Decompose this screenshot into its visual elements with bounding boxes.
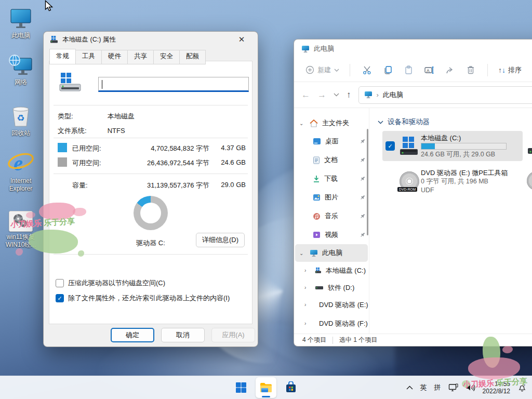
volume-icon[interactable]: [466, 383, 475, 392]
history-chevron-icon[interactable]: [334, 93, 339, 97]
desktop-icon-this-pc[interactable]: 此电脑: [2, 4, 39, 39]
address-bar[interactable]: › 此电脑: [358, 86, 532, 104]
close-button[interactable]: ✕: [232, 32, 251, 47]
capacity-bytes: 31,139,557,376 字节: [112, 181, 209, 190]
status-divider: [332, 337, 333, 344]
share-button[interactable]: [440, 61, 460, 79]
pin-icon: [360, 194, 366, 201]
dvd-e-tile[interactable]: DVD-ROM DVD 驱动器 (E:) 微PE工具箱 0 字节 可用, 共 1…: [382, 166, 523, 196]
sidebar-item-drive-c[interactable]: › 本地磁盘 (C:): [294, 262, 369, 279]
ime-english-indicator[interactable]: 英: [420, 383, 427, 392]
divider: [54, 138, 248, 138]
notifications-bell-icon[interactable]: z: [517, 383, 527, 392]
start-button[interactable]: [231, 377, 251, 398]
dialog-tabs: 常规 工具 硬件 共享 安全 配额: [49, 49, 206, 64]
share-icon: [445, 65, 455, 75]
microsoft-store-icon: [285, 381, 297, 394]
apply-button[interactable]: 应用(A): [211, 328, 255, 342]
explorer-titlebar[interactable]: 此电脑: [294, 39, 532, 58]
network-icon[interactable]: [448, 383, 458, 392]
sidebar-item-label: DVD 驱动器 (E:): [319, 300, 368, 310]
sidebar-item-drive-d[interactable]: › 软件 (D:): [294, 279, 369, 296]
tab-security[interactable]: 安全: [154, 50, 180, 64]
sidebar-item-videos[interactable]: 视频: [294, 225, 369, 244]
chevron-down-icon: ⌄: [299, 250, 305, 256]
forward-button[interactable]: →: [317, 90, 326, 100]
svg-text:A: A: [427, 68, 430, 73]
breadcrumb-root[interactable]: 此电脑: [383, 90, 403, 100]
used-space-label: 已用空间:: [72, 144, 101, 153]
new-button[interactable]: 新建: [301, 62, 343, 78]
ime-pinyin-indicator[interactable]: 拼: [434, 383, 441, 392]
sidebar-item-dvd-e[interactable]: › DVD 驱动器 (E:): [294, 296, 369, 313]
new-label: 新建: [317, 65, 331, 75]
drive-c-tile[interactable]: ✓ 本地磁盘 (C:) 24.6 GB 可用, 共 29.0 GB: [382, 131, 523, 161]
sidebar-item-home[interactable]: ⌄ 主文件夹: [294, 114, 369, 132]
explorer-toolbar: 新建 A ↑↓ 排序: [294, 58, 532, 82]
desktop: 此电脑 网络 ♻ 回收站 e InternetExplorer win11恢复W…: [0, 0, 532, 399]
sidebar-scrollbar[interactable]: [367, 129, 368, 235]
dialog-buttons: 确定 取消 应用(A): [111, 328, 255, 342]
item-count: 4 个项目: [302, 336, 326, 344]
back-button[interactable]: ←: [301, 90, 310, 100]
chevron-right-icon: ›: [304, 321, 311, 326]
system-drive-icon: [398, 136, 421, 156]
paste-button[interactable]: [398, 61, 419, 79]
sidebar-item-label: 图片: [325, 193, 338, 202]
general-tab-page: 类型: 本地磁盘 文件系统: NTFS 已用空间: 4,702,584,832 …: [49, 61, 252, 324]
mouse-cursor: [45, 0, 54, 14]
tab-tools[interactable]: 工具: [76, 50, 102, 64]
close-icon: ✕: [238, 35, 245, 44]
sidebar-item-dvd-f[interactable]: › DVD 驱动器 (F:): [294, 315, 369, 332]
desktop-icon-recycle-bin[interactable]: ♻ 回收站: [2, 102, 39, 137]
sort-button[interactable]: ↑↓ 排序: [494, 62, 526, 78]
desktop-icon-label-line2: WIN10经...: [6, 241, 36, 248]
cut-button[interactable]: [356, 61, 377, 79]
sort-label: 排序: [508, 65, 522, 75]
rename-button[interactable]: A: [419, 61, 440, 79]
sidebar-item-downloads[interactable]: 下载: [294, 169, 369, 188]
home-icon: [310, 119, 318, 127]
compress-checkbox[interactable]: [56, 279, 64, 287]
music-icon: [313, 212, 321, 220]
pin-icon: [360, 232, 366, 238]
cancel-button[interactable]: 取消: [161, 328, 205, 342]
tray-expand-chevron-icon[interactable]: [406, 385, 413, 390]
clipped-dvd-icon: [527, 171, 532, 190]
compress-checkbox-label: 压缩此驱动器以节约磁盘空间(C): [68, 278, 165, 288]
group-header[interactable]: 设备和驱动器: [378, 117, 430, 127]
volume-label-input[interactable]: [98, 77, 249, 92]
index-checkbox[interactable]: ✓: [56, 294, 64, 302]
sidebar-item-desktop[interactable]: 桌面: [294, 132, 369, 151]
taskbar-clock[interactable]: 14:55 2022/8/12: [483, 380, 510, 395]
up-button[interactable]: ↑: [347, 90, 351, 100]
drive-info: 24.6 GB 可用, 共 29.0 GB: [421, 150, 507, 159]
dialog-titlebar[interactable]: 本地磁盘 (C:) 属性 ✕: [44, 32, 258, 47]
desktop-icon-internet-explorer[interactable]: e InternetExplorer: [2, 150, 39, 193]
ok-button[interactable]: 确定: [111, 328, 154, 342]
drive-icon: [315, 285, 324, 290]
tab-hardware[interactable]: 硬件: [102, 50, 128, 64]
videos-icon: [313, 231, 321, 238]
tab-general[interactable]: 常规: [49, 49, 76, 64]
delete-button[interactable]: [460, 61, 481, 79]
item-checkbox[interactable]: ✓: [385, 141, 395, 151]
sidebar-item-this-pc[interactable]: ⌄ 此电脑: [295, 244, 368, 262]
sidebar-item-pictures[interactable]: 图片: [294, 188, 369, 207]
desktop-icon-win11-restore[interactable]: win11恢复WIN10经...: [2, 206, 39, 249]
sidebar-item-music[interactable]: 音乐: [294, 207, 369, 225]
desktop-icon-network[interactable]: 网络: [2, 51, 39, 86]
tab-quota[interactable]: 配额: [180, 50, 206, 64]
microsoft-store-taskbar-button[interactable]: [281, 377, 301, 398]
compress-checkbox-row[interactable]: 压缩此驱动器以节约磁盘空间(C): [56, 278, 165, 288]
index-checkbox-row[interactable]: ✓ 除了文件属性外，还允许索引此驱动器上文件的内容(I): [56, 294, 230, 303]
tray-time: 14:55: [483, 380, 510, 388]
copy-button[interactable]: [377, 61, 398, 79]
explorer-navbar: ← → ↑ › 此电脑: [294, 82, 532, 108]
desktop-icon-label: 网络: [2, 78, 39, 86]
tab-sharing[interactable]: 共享: [128, 50, 154, 64]
details-button[interactable]: 详细信息(D): [196, 233, 245, 247]
file-explorer-taskbar-button[interactable]: [256, 377, 276, 398]
explorer-body: ⌄ 主文件夹 桌面 文档 下载: [294, 108, 532, 334]
sidebar-item-documents[interactable]: 文档: [294, 151, 369, 169]
